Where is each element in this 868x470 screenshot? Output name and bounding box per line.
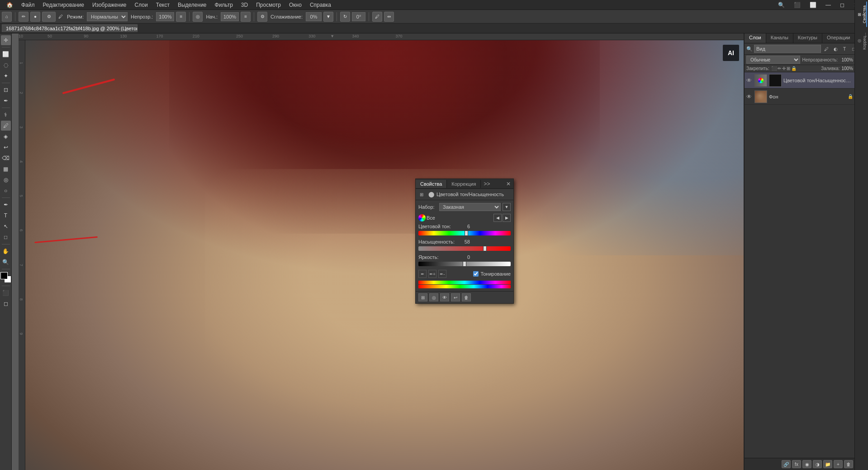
float-panel-collapse-btn[interactable]: >> <box>481 181 493 187</box>
angle-input[interactable] <box>352 12 365 21</box>
brush-settings-btn[interactable]: ⚙ <box>42 12 56 22</box>
move-tool[interactable]: ✛ <box>1 35 11 45</box>
float-panel-close-btn[interactable]: ✕ <box>503 181 513 187</box>
light-slider-thumb[interactable] <box>463 261 466 267</box>
tab-channels[interactable]: Каналы <box>766 33 793 43</box>
document-tab[interactable]: 16871d7684c8478caa1c172fa2bf418b.jpg @ 2… <box>2 24 138 32</box>
foreground-color-swatch[interactable] <box>0 272 8 279</box>
fp-icon-grid[interactable]: ⊞ <box>417 190 426 198</box>
text-tool[interactable]: T <box>1 211 11 221</box>
minimize-btn[interactable]: — <box>822 1 835 9</box>
menu-help[interactable]: Справка <box>306 1 335 9</box>
hand-tool[interactable]: ✋ <box>1 246 11 256</box>
hue-slider-container[interactable] <box>418 231 511 236</box>
eyedrop-btn-add[interactable]: ✒+ <box>428 270 436 278</box>
search-icon[interactable]: 🔍 <box>774 1 788 9</box>
max-input[interactable] <box>221 12 239 21</box>
layer-item-hue-sat[interactable]: 👁 Цветовой тон/Насыщенность 1 <box>745 72 855 89</box>
lock-artboard-btn[interactable]: ⊞ <box>787 66 790 71</box>
fp-icon-circle[interactable]: ⬤ <box>427 190 435 198</box>
side-tab-correction[interactable]: ◎ Коррец... <box>856 29 867 53</box>
layer-mask-hue-sat[interactable] <box>769 74 782 87</box>
menu-view[interactable]: Просмотр <box>252 1 285 9</box>
preset-select[interactable]: Заказная <box>439 203 501 211</box>
channel-up-btn[interactable]: ▶ <box>503 214 511 222</box>
zoom-tool[interactable]: 🔍 <box>1 257 11 267</box>
brush-btn[interactable]: ✏ <box>19 12 28 22</box>
lock-move-btn[interactable]: ✛ <box>782 66 786 71</box>
add-adjustment-btn[interactable]: ◑ <box>813 460 822 468</box>
float-tab-correction[interactable]: Коррекция <box>447 180 481 188</box>
menu-window[interactable]: Окно <box>285 1 305 9</box>
add-group-btn[interactable]: 📁 <box>823 460 832 468</box>
history-brush-tool[interactable]: ↩ <box>1 142 11 152</box>
angle-btn[interactable]: ↻ <box>340 12 350 22</box>
gradient-tool[interactable]: ▦ <box>1 164 11 174</box>
preset-dropdown-btn[interactable]: ▼ <box>503 203 511 211</box>
brush-tool[interactable]: 🖊 <box>1 121 11 131</box>
float-tab-properties[interactable]: Свойства <box>416 180 447 188</box>
quick-mask-btn[interactable]: ⬛ <box>1 288 11 298</box>
screen-icon[interactable]: ⬜ <box>806 1 820 9</box>
brush-type-btn[interactable]: ● <box>30 12 40 22</box>
airbrush-btn[interactable]: ◎ <box>193 12 203 22</box>
eyedrop-btn-sub[interactable]: ✒- <box>438 270 446 278</box>
menu-select[interactable]: Выделение <box>174 1 210 9</box>
lock-pixels-btn[interactable]: ⬛ <box>771 66 777 71</box>
pressure-btn[interactable]: 🖊 <box>372 12 382 22</box>
opacity-input[interactable] <box>156 12 174 21</box>
menu-3d[interactable]: 3D <box>237 1 251 9</box>
max-slider-btn[interactable]: ≡ <box>241 12 251 22</box>
add-layer-btn[interactable]: + <box>834 460 843 468</box>
fp-previous-btn[interactable]: ↩ <box>451 293 460 301</box>
link-layers-btn[interactable]: 🔗 <box>782 460 791 468</box>
layer-item-background[interactable]: 👁 Фон 🔒 <box>745 89 855 105</box>
layer-filter-text-btn[interactable]: T <box>840 45 849 53</box>
add-mask-btn[interactable]: ◉ <box>802 460 811 468</box>
layer-filter-adj-btn[interactable]: ◐ <box>831 45 840 53</box>
mode-select[interactable]: Нормальный <box>87 12 128 21</box>
sat-slider-container[interactable] <box>418 246 511 252</box>
layer-filter-type-btn[interactable]: 🖊 <box>822 45 830 53</box>
fp-visibility-btn[interactable]: 👁 <box>440 293 449 301</box>
layer-visibility-bg[interactable]: 👁 <box>746 94 753 100</box>
tab-contours[interactable]: Контуры <box>793 33 822 43</box>
colorize-checkbox[interactable] <box>473 271 479 277</box>
lock-brush-btn[interactable]: ✏ <box>778 66 781 71</box>
channel-down-btn[interactable]: ◀ <box>493 214 502 222</box>
lock-all-btn[interactable]: 🔒 <box>791 66 797 71</box>
symmetry-btn[interactable]: ⇔ <box>384 12 394 22</box>
delete-layer-btn[interactable]: 🗑 <box>844 460 853 468</box>
light-slider-container[interactable] <box>418 262 511 267</box>
fp-reset-btn[interactable]: ⊞ <box>418 293 427 301</box>
arrange-icon[interactable]: ⬛ <box>790 1 804 9</box>
shape-tool[interactable]: □ <box>1 232 11 242</box>
fp-delete-btn[interactable]: 🗑 <box>462 293 471 301</box>
smooth-input[interactable] <box>306 12 322 21</box>
fp-clip-btn[interactable]: ◎ <box>429 293 438 301</box>
home-icon[interactable]: 🏠 <box>3 1 17 9</box>
menu-layers[interactable]: Слои <box>131 1 152 9</box>
pen-tool[interactable]: ✒ <box>1 200 11 210</box>
layers-search-input[interactable] <box>754 45 821 53</box>
menu-image[interactable]: Изображение <box>89 1 130 9</box>
smooth-options-btn[interactable]: ▼ <box>323 12 333 22</box>
side-tab-properties[interactable]: ⊞ Свойства <box>856 2 867 27</box>
select-rect-tool[interactable]: ⬜ <box>1 49 11 59</box>
menu-edit[interactable]: Редактирование <box>39 1 88 9</box>
menu-filter[interactable]: Фильтр <box>211 1 237 9</box>
tab-operations[interactable]: Операции <box>822 33 855 43</box>
add-style-btn[interactable]: fx <box>792 460 801 468</box>
home-tool-btn[interactable]: ⌂ <box>2 12 12 22</box>
opacity-slider-btn[interactable]: ≡ <box>176 12 186 22</box>
menu-file[interactable]: Файл <box>18 1 38 9</box>
photo-canvas[interactable]: AI <box>25 40 744 470</box>
stamp-tool[interactable]: ◈ <box>1 132 11 141</box>
canvas-container[interactable]: 1 2 3 4 5 6 7 8 9 <box>12 40 744 470</box>
blur-tool[interactable]: ◎ <box>1 175 11 185</box>
menu-text[interactable]: Текст <box>152 1 173 9</box>
maximize-btn[interactable]: ◻ <box>836 1 848 9</box>
layer-visibility-hue-sat[interactable]: 👁 <box>746 77 753 84</box>
screen-mode-btn[interactable]: ◻ <box>1 299 11 309</box>
dodge-tool[interactable]: ○ <box>1 186 11 196</box>
